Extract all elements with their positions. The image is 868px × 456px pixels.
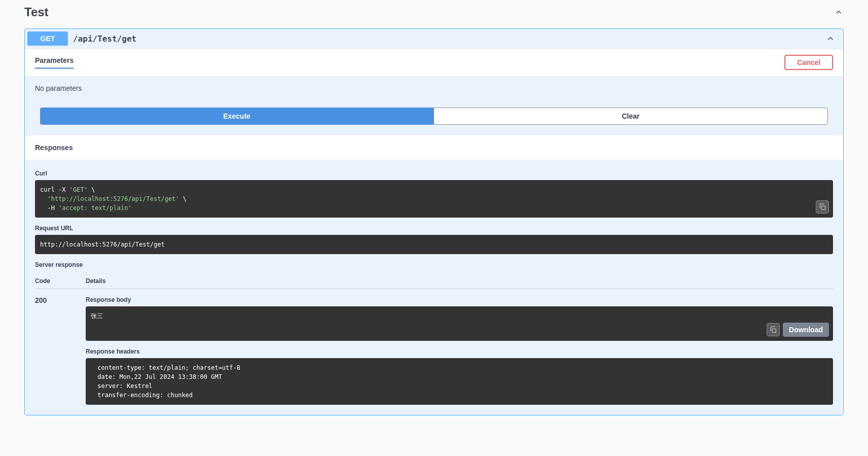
response-body-text: 张三	[91, 312, 103, 320]
response-headers-label: Response headers	[86, 348, 833, 355]
responses-header-bar: Responses	[25, 135, 843, 160]
details-column-header: Details	[86, 277, 833, 285]
copy-body-button[interactable]	[767, 323, 780, 336]
code-column-header: Code	[35, 277, 65, 285]
curl-method: 'GET'	[69, 186, 88, 193]
server-response-label: Server response	[35, 261, 833, 268]
clear-button[interactable]: Clear	[433, 108, 828, 125]
parameters-body: No parameters Execute Clear	[25, 76, 843, 135]
operation-summary[interactable]: GET /api/Test/get	[25, 29, 843, 48]
response-row: 200 Response body 张三Download Response he…	[35, 289, 833, 405]
curl-header: 'accept: text/plain'	[58, 204, 132, 212]
chevron-up-icon	[834, 7, 844, 17]
responses-body: Curl curl -X 'GET' \ 'http://localhost:5…	[25, 160, 843, 415]
parameters-header-bar: Parameters Cancel	[25, 48, 843, 76]
curl-code-block: curl -X 'GET' \ 'http://localhost:5276/a…	[35, 180, 833, 218]
responses-title: Responses	[35, 144, 73, 152]
response-headers-block: content-type: text/plain; charset=utf-8 …	[86, 358, 833, 405]
request-url-block: http://localhost:5276/api/Test/get	[35, 235, 833, 254]
chevron-up-icon	[825, 33, 836, 44]
curl-url: 'http://localhost:5276/api/Test/get'	[47, 195, 179, 202]
parameters-tab[interactable]: Parameters	[35, 56, 74, 69]
response-body-block: 张三Download	[86, 306, 833, 341]
request-url-label: Request URL	[35, 225, 833, 232]
svg-rect-1	[772, 329, 776, 332]
response-body-label: Response body	[86, 296, 833, 303]
curl-prefix: curl -X	[40, 186, 69, 193]
curl-label: Curl	[35, 170, 833, 177]
cancel-button[interactable]: Cancel	[784, 55, 833, 70]
svg-rect-0	[821, 206, 825, 209]
http-method-badge: GET	[27, 31, 68, 46]
download-button[interactable]: Download	[783, 323, 829, 337]
section-header[interactable]: Test	[24, 0, 844, 24]
execute-button[interactable]: Execute	[40, 108, 433, 125]
operation-block: GET /api/Test/get Parameters Cancel No p…	[24, 28, 844, 415]
copy-curl-button[interactable]	[816, 200, 829, 214]
operation-path: /api/Test/get	[73, 34, 825, 44]
response-table-header: Code Details	[35, 273, 833, 289]
no-parameters-text: No parameters	[35, 84, 833, 92]
status-code: 200	[35, 296, 65, 405]
section-title: Test	[24, 5, 49, 19]
